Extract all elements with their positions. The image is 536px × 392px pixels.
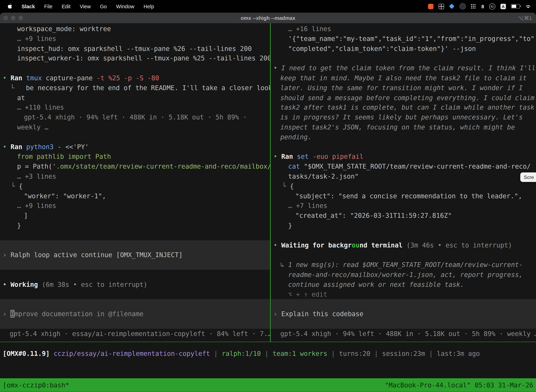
menu-item-go[interactable]: Go (100, 3, 107, 9)
input-source-icon[interactable]: A (500, 4, 506, 9)
prompt-band (0, 240, 270, 250)
battery-icon[interactable] (511, 4, 520, 9)
terminal-text-segment: o (352, 241, 356, 249)
terminal-text-segment: later. Using the same for transition mig… (280, 84, 523, 92)
window-titlebar[interactable]: × omx --xhigh --madmax ⌥⌘1 (0, 13, 536, 23)
terminal-line: continue assigned work or next feasible … (271, 280, 536, 289)
terminal-text-segment: } (17, 221, 21, 229)
close-button[interactable]: × (3, 16, 8, 20)
terminal-line: from pathlib import Path (0, 152, 270, 162)
terminal-text-segment: | (327, 350, 339, 357)
minimize-button[interactable] (11, 16, 15, 20)
tmux-terminal: workspace_mode: worktree… +9 linesinspec… (0, 23, 536, 392)
menu-item-help[interactable]: Help (144, 3, 154, 9)
terminal-text-segment: at (17, 94, 25, 101)
terminal-line: ⌥ + ↑ edit (271, 289, 536, 299)
terminal-text-segment: Ran (10, 74, 26, 82)
terminal-text-segment: › (3, 251, 10, 258)
terminal-line (0, 289, 270, 299)
terminal-text-segment: › (3, 310, 10, 317)
window-grid-icon[interactable] (439, 4, 444, 9)
blue-app-icon[interactable] (449, 4, 455, 9)
window-shortcut-hint: ⌥⌘1 (518, 15, 532, 21)
desktop: Slack FileEditViewGoWindowHelp 8 61 A (0, 0, 536, 392)
terminal-text-segment: nd terminal (359, 241, 402, 249)
terminal-line: • Ran python3 - <<'PY' (0, 142, 270, 152)
terminal-line (271, 250, 536, 260)
prompt-band (0, 260, 270, 270)
prompt-suggestion-line[interactable]: › Improve documentation in @filename (0, 309, 270, 319)
terminal-text-segment: • (273, 241, 281, 249)
menu-item-window[interactable]: Window (116, 3, 134, 9)
terminal-text-segment: set (297, 153, 313, 160)
wifi-icon[interactable] (525, 4, 531, 9)
terminal-text-segment: … +3 lines (17, 173, 56, 180)
terminal-text-segment: | (261, 350, 273, 357)
terminal-text-segment: gpt-5.4 xhigh · essay/ai-reimplementatio… (10, 330, 270, 337)
terminal-text-segment: inspect task2's JSON, focusing on the st… (280, 123, 515, 131)
terminal-text-segment: is in progress? It seems likely but perh… (280, 113, 523, 121)
active-app-name[interactable]: Slack (21, 3, 35, 9)
terminal-text-segment: session:23m (382, 350, 425, 357)
prompt-band (0, 319, 270, 329)
right-terminal-pane[interactable]: … +16 lines'{"team_name":"my-team","task… (271, 23, 536, 342)
terminal-text-segment: inspect_hud: omx sparkshell --tmux-pane … (17, 45, 252, 52)
terminal-text-segment: ↳ (280, 261, 288, 268)
terminal-text-segment: be necessary for the end of the README. … (14, 84, 270, 92)
terminal-text-segment: | (210, 350, 222, 357)
prompt-suggestion-line[interactable]: › Ralph loop active continue [OMX_TMUX_I… (0, 250, 270, 260)
terminal-text-segment: tasks/task-2.json" (288, 173, 359, 180)
traffic-lights: × (3, 13, 23, 23)
terminal-text-segment: team:1 workers (273, 350, 327, 357)
prompt-suggestion-line[interactable]: › Explain this codebase (271, 309, 536, 319)
ghostty-icon[interactable] (459, 3, 466, 9)
dots-grid-icon[interactable] (471, 4, 472, 5)
terminal-line: at (0, 93, 270, 103)
terminal-text-segment: cczip/essay/ai-reimplementation-copyleft (54, 350, 210, 357)
terminal-text-segment: • (273, 64, 281, 72)
tmux-session-label: [omx-cczip0:bash* (3, 381, 69, 389)
terminal-text-segment: } (288, 221, 292, 229)
terminal-text-segment: p = Path( (17, 163, 52, 170)
terminal-text-segment: "$OMX_TEAM_STATE_ROOT/team/review-curren… (304, 163, 531, 170)
terminal-line: ↳ 1 new msg(s): read $OMX_TEAM_STATE_ROO… (271, 260, 536, 270)
terminal-text-segment: I need to get the claim token from the c… (281, 64, 536, 72)
terminal-text-segment: ⌥ + ↑ edit (288, 290, 327, 298)
eight-icon[interactable]: 8 (481, 4, 484, 9)
menu-item-view[interactable]: View (80, 3, 91, 9)
menubar-menus: Slack FileEditViewGoWindowHelp (0, 3, 154, 9)
zoom-button[interactable] (19, 16, 23, 20)
terminal-text-segment: workspace_mode: worktree (17, 25, 111, 33)
terminal-line: └ { (271, 181, 536, 191)
terminal-text-segment: inspect_worker-1: omx sparkshell --tmux-… (17, 54, 270, 62)
terminal-text-segment: capture-pane (46, 74, 96, 82)
terminal-text-segment: from pathlib import Path (17, 153, 111, 160)
terminal-text-segment: last:3m ago (437, 350, 480, 357)
screenshot-overlay[interactable]: Scre (520, 173, 536, 182)
terminal-text-segment: | (425, 350, 437, 357)
terminal-text-segment: Explain this codebase (281, 310, 364, 317)
terminal-line: gpt-5.4 xhigh · essay/ai-reimplementatio… (0, 329, 270, 338)
terminal-line (0, 132, 270, 142)
terminal-line: '{"team_name":"my-team","task_id":"1","f… (271, 34, 536, 44)
terminal-text-segment: cat (288, 163, 304, 170)
terminal-text-segment: "subject": "send a concise recommendatio… (295, 192, 522, 200)
battery-percent-icon[interactable]: 61 (489, 3, 495, 9)
terminal-line: is in progress? It seems likely but perh… (271, 112, 536, 122)
menu-item-file[interactable]: File (44, 3, 53, 9)
screen-recording-icon[interactable] (428, 4, 433, 9)
terminal-text-segment: '.omx/state/team/review-current-readme-a… (52, 163, 270, 170)
terminal-line: … +9 lines (0, 34, 270, 44)
terminal-text-segment: pending. (280, 133, 312, 141)
terminal-line: later. Using the same for transition mig… (271, 83, 536, 93)
apple-menu-icon[interactable] (8, 3, 12, 9)
tmux-status-bar: [omx-cczip0:bash* "MacBook-Pro-44.local"… (0, 378, 536, 392)
terminal-line: … +9 lines (0, 201, 270, 211)
menu-item-edit[interactable]: Edit (62, 3, 71, 9)
terminal-line: inspect_worker-1: omx sparkshell --tmux-… (0, 53, 270, 63)
terminal-line: … +3 lines (0, 171, 270, 181)
terminal-line (0, 63, 270, 73)
terminal-text-segment: (6m 38s • esc to interrupt) (38, 280, 148, 288)
left-terminal-pane[interactable]: workspace_mode: worktree… +9 linesinspec… (0, 23, 270, 342)
pane-divider-horizontal[interactable] (0, 342, 536, 342)
